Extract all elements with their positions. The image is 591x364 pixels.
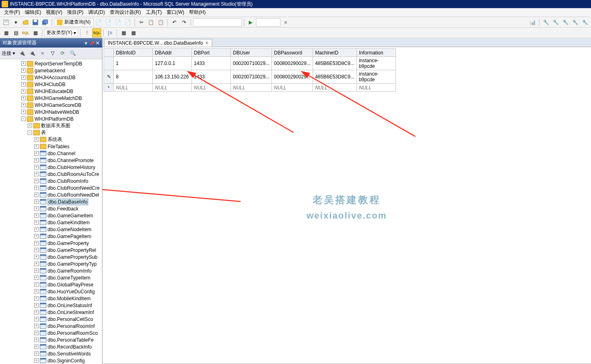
tree-node[interactable]: +dbo.Channel bbox=[0, 150, 102, 157]
tree-node[interactable]: +dbo.PersonalRoomSco bbox=[0, 329, 102, 336]
menu-window[interactable]: 窗口(W) bbox=[164, 9, 187, 16]
expander-icon[interactable]: + bbox=[34, 199, 39, 204]
cell-null[interactable]: NULL bbox=[114, 84, 153, 92]
expander-icon[interactable]: + bbox=[34, 358, 39, 363]
paste-button[interactable]: 📋 bbox=[156, 18, 165, 27]
change-type-combo[interactable]: 更改类型(Y) ▾ bbox=[44, 29, 78, 37]
tree-node[interactable]: +dbo.OnLineStatusInf bbox=[0, 302, 102, 309]
open-button[interactable] bbox=[21, 18, 30, 27]
expander-icon[interactable]: + bbox=[34, 317, 39, 321]
expander-icon[interactable]: + bbox=[34, 289, 39, 294]
column-header[interactable]: DBUser bbox=[231, 49, 272, 57]
save-button[interactable] bbox=[31, 18, 40, 27]
column-header[interactable]: DBInfoID bbox=[114, 49, 153, 57]
tree-node[interactable]: +dbo.ClubRoomInfo bbox=[0, 178, 102, 184]
expander-icon[interactable]: + bbox=[21, 82, 26, 87]
data-grid[interactable]: DBInfoIDDBAddrDBPortDBUserDBPasswordMach… bbox=[104, 48, 396, 92]
expander-icon[interactable]: + bbox=[34, 206, 39, 211]
filter-icon[interactable]: ▽ bbox=[48, 49, 57, 58]
menu-view[interactable]: 视图(V) bbox=[43, 9, 65, 16]
tb-btn-3[interactable]: 📄 bbox=[114, 18, 123, 27]
expander-icon[interactable]: + bbox=[34, 262, 39, 266]
redo-button[interactable]: ↷ bbox=[180, 18, 189, 27]
expander-icon[interactable]: − bbox=[21, 117, 26, 121]
cell-null[interactable]: NULL bbox=[313, 84, 357, 92]
copy-button[interactable]: 📋 bbox=[147, 18, 156, 27]
expander-icon[interactable]: − bbox=[28, 130, 32, 135]
cell[interactable]: 8 bbox=[114, 70, 153, 84]
expander-icon[interactable]: + bbox=[34, 269, 39, 273]
tree-node[interactable]: +dbo.PersonalRoomInf bbox=[0, 323, 102, 329]
cell[interactable]: 000200710029... bbox=[231, 57, 272, 70]
stop-button[interactable]: ■ bbox=[281, 18, 290, 27]
tab-databaseinfo[interactable]: INSTANCE-B9PCDE.W…dbo.DataBaseInfo × bbox=[104, 39, 212, 47]
cell-null[interactable]: NULL bbox=[153, 84, 192, 92]
expander-icon[interactable]: + bbox=[34, 179, 39, 183]
cell-null[interactable]: NULL bbox=[272, 84, 313, 92]
tree-node[interactable]: +WHJHClubDB bbox=[0, 81, 102, 88]
tree-node[interactable]: −表 bbox=[0, 129, 102, 136]
expander-icon[interactable]: + bbox=[34, 344, 39, 349]
cell-null[interactable]: NULL bbox=[231, 84, 272, 92]
tree-node[interactable]: +dbo.GamePropertyRel bbox=[0, 247, 102, 254]
tb-btn-1[interactable]: 📄 bbox=[94, 18, 103, 27]
expander-icon[interactable]: + bbox=[34, 282, 39, 287]
expander-icon[interactable]: + bbox=[34, 213, 39, 218]
expander-icon[interactable]: + bbox=[34, 338, 39, 342]
cell[interactable]: 127.0.0.1 bbox=[153, 57, 192, 70]
menu-project[interactable]: 项目(P) bbox=[65, 9, 86, 16]
new-project-button[interactable] bbox=[2, 18, 11, 27]
expander-icon[interactable]: + bbox=[34, 324, 39, 328]
tree-node[interactable]: +dbo.SigninConfig bbox=[0, 357, 102, 364]
activity-button[interactable]: 📊 bbox=[528, 18, 537, 27]
cell[interactable]: 1433 bbox=[192, 70, 231, 84]
tree-node[interactable]: +dbo.GamePropertyTyp bbox=[0, 260, 102, 267]
menu-edit[interactable]: 编辑(E) bbox=[22, 9, 43, 16]
tab-close-icon[interactable]: × bbox=[206, 40, 209, 46]
tree-node[interactable]: +dbo.GameRoomInfo bbox=[0, 267, 102, 274]
expander-icon[interactable]: + bbox=[21, 68, 26, 73]
cell[interactable]: instance-b9pcde bbox=[356, 57, 395, 70]
expander-icon[interactable]: + bbox=[34, 165, 39, 169]
show-diagram-button[interactable]: ▦ bbox=[2, 28, 11, 37]
menu-help[interactable]: 帮助(H) bbox=[187, 9, 208, 16]
tree-node[interactable]: +dbo.ChannelPromote bbox=[0, 157, 102, 164]
expander-icon[interactable]: + bbox=[34, 296, 39, 301]
cell[interactable]: 000200710029... bbox=[231, 70, 272, 84]
tree-node[interactable]: +WHJHGameMatchDB bbox=[0, 95, 102, 102]
column-header[interactable]: Information bbox=[356, 49, 395, 57]
data-row[interactable]: ✎8106.13.150.2261433000200710029...00080… bbox=[104, 70, 396, 84]
expander-icon[interactable]: + bbox=[34, 193, 39, 197]
verify-sql-button[interactable]: SQL bbox=[92, 28, 101, 37]
expander-icon[interactable]: + bbox=[34, 137, 39, 142]
tree-node[interactable]: +dbo.GameTypeItem bbox=[0, 274, 102, 281]
tree-node[interactable]: +WHJHNativeWebDB bbox=[0, 108, 102, 115]
expander-icon[interactable]: + bbox=[34, 186, 39, 190]
database-combo[interactable] bbox=[193, 18, 242, 26]
expander-icon[interactable]: + bbox=[21, 89, 26, 93]
expander-icon[interactable]: + bbox=[34, 227, 39, 232]
cell[interactable]: 000800290029... bbox=[272, 70, 313, 84]
expander-icon[interactable]: + bbox=[34, 241, 39, 245]
expander-icon[interactable]: + bbox=[34, 331, 39, 335]
new-row[interactable]: *NULLNULLNULLNULLNULLNULLNULL bbox=[104, 84, 396, 92]
tree-node[interactable]: +数据库关系图 bbox=[0, 122, 102, 129]
tree-node[interactable]: +dbo.OnLineStreamInf bbox=[0, 309, 102, 316]
tree-node[interactable]: +dbo.GameProperty bbox=[0, 240, 102, 247]
tree-node[interactable]: +dbo.GameNodeItem bbox=[0, 226, 102, 233]
menu-file[interactable]: 文件(F) bbox=[2, 9, 22, 16]
dropdown-icon[interactable]: ▼ bbox=[84, 41, 88, 46]
expander-icon[interactable]: + bbox=[34, 248, 39, 252]
expander-icon[interactable]: + bbox=[34, 303, 39, 308]
tree-node[interactable]: +WHJHEducateDB bbox=[0, 88, 102, 95]
tree-node[interactable]: −WHJHPlatformDB bbox=[0, 115, 102, 122]
tree-node[interactable]: +dbo.RecordBackInfo bbox=[0, 343, 102, 350]
tree-node[interactable]: +dbo.GameKindItem bbox=[0, 219, 102, 226]
tb-r3[interactable]: 🔧 bbox=[561, 18, 570, 27]
run-button[interactable]: ! bbox=[83, 28, 91, 37]
tree-node[interactable]: +gamebackend bbox=[0, 67, 102, 74]
tree-node[interactable]: +dbo.GamePageItem bbox=[0, 233, 102, 240]
tb-r1[interactable]: 🔧 bbox=[541, 18, 550, 27]
tree-node[interactable]: +WHJHGameScoreDB bbox=[0, 102, 102, 108]
tb-r2[interactable]: 🔧 bbox=[551, 18, 560, 27]
